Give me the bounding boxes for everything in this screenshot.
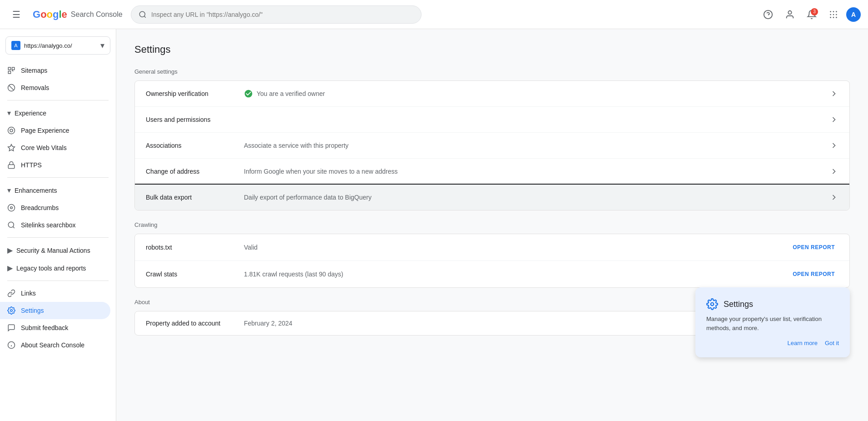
svg-point-24 [10,207,13,209]
logo: Google Search Console [33,9,124,20]
property-selector[interactable]: A https://analygo.co/ ▾ [5,36,110,55]
search-bar[interactable] [131,5,422,24]
svg-point-10 [836,14,837,15]
bulk-data-export-row[interactable]: Bulk data export Daily export of perform… [135,185,849,210]
security-section-header[interactable]: ▶ Security & Manual Actions [0,241,116,259]
crawling-card: robots.txt Valid OPEN REPORT Crawl stats… [134,234,850,288]
feedback-icon [7,324,15,332]
change-of-address-value: Inform Google when your site moves to a … [244,168,822,175]
robots-open-report-button[interactable]: OPEN REPORT [789,242,838,252]
sidebar-item-core-web-vitals[interactable]: Core Web Vitals [0,139,110,156]
crawl-stats-row[interactable]: Crawl stats 1.81K crawl requests (last 9… [135,261,849,287]
crawl-stats-open-report-button[interactable]: OPEN REPORT [789,269,838,279]
general-settings-label: General settings [134,68,850,75]
svg-point-7 [836,11,837,12]
sidebar-item-submit-feedback[interactable]: Submit feedback [0,319,110,336]
sidebar-item-settings[interactable]: Settings [0,302,110,319]
sidebar-item-https[interactable]: HTTPS [0,156,110,174]
property-dropdown-arrow: ▾ [100,40,104,50]
experience-section-header[interactable]: ▾ Experience [0,104,116,122]
page-experience-icon [7,126,15,135]
tooltip-actions: Learn more Got it [706,340,839,346]
page-title: Settings [134,44,850,55]
ownership-value: You are a verified owner [244,89,822,98]
sidebar-item-about[interactable]: About Search Console [0,336,110,354]
sidebar-item-breadcrumbs[interactable]: Breadcrumbs [0,199,110,216]
tooltip-header: Settings [706,298,839,310]
associations-value: Associate a service with this property [244,142,822,149]
sidebar-item-sitemaps[interactable]: Sitemaps [0,62,110,79]
sitemaps-label: Sitemaps [21,67,47,74]
bulk-export-chevron-icon [829,193,838,202]
breadcrumbs-icon [7,204,15,212]
svg-line-26 [13,226,14,228]
svg-point-8 [830,14,831,15]
robots-txt-row[interactable]: robots.txt Valid OPEN REPORT [135,234,849,261]
sidebar-item-links[interactable]: Links [0,285,110,302]
app-name: Search Console [71,10,123,19]
tooltip-learn-more-button[interactable]: Learn more [787,340,817,346]
menu-button[interactable]: ☰ [7,5,25,24]
removals-icon [7,84,15,92]
enhancements-section-header[interactable]: ▾ Enhancements [0,181,116,199]
change-of-address-row[interactable]: Change of address Inform Google when you… [135,159,849,185]
layout: A https://analygo.co/ ▾ Sitemaps Removal… [0,29,868,421]
general-settings-card: Ownership verification You are a verifie… [134,80,850,210]
property-added-label: Property added to account [146,320,237,327]
sidebar-item-page-experience[interactable]: Page Experience [0,122,110,139]
settings-icon [7,306,15,315]
ownership-verification-row[interactable]: Ownership verification You are a verifie… [135,81,849,107]
svg-rect-16 [8,71,10,74]
enhancements-label: Enhancements [15,187,57,194]
divider-4 [7,281,109,281]
crawl-stats-label: Crawl stats [146,271,237,278]
search-input[interactable] [151,11,414,18]
svg-point-19 [8,127,15,134]
sitelinks-label: Sitelinks searchbox [21,221,76,229]
crawl-stats-value: 1.81K crawl requests (last 90 days) [244,271,782,278]
svg-point-9 [833,14,834,15]
bulk-data-export-value: Daily export of performance data to BigQ… [244,194,822,201]
svg-point-13 [836,17,837,18]
links-label: Links [21,290,36,297]
property-url: https://analygo.co/ [24,42,97,49]
experience-label: Experience [15,110,46,117]
associations-chevron-icon [829,141,838,150]
help-button[interactable] [759,5,777,24]
notifications-button[interactable]: 3 [803,5,821,24]
property-icon: A [11,41,20,50]
grid-icon [828,10,838,20]
svg-point-27 [10,310,13,312]
users-permissions-label: Users and permissions [146,116,237,123]
topbar-actions: 3 A [759,5,861,24]
svg-point-25 [8,222,14,227]
grid-button[interactable] [824,5,843,24]
legacy-section-header[interactable]: ▶ Legacy tools and reports [0,259,116,277]
sidebar-item-sitelinks-searchbox[interactable]: Sitelinks searchbox [0,216,110,234]
svg-point-4 [788,10,791,14]
help-icon [763,10,773,20]
feedback-label: Submit feedback [21,324,68,331]
robots-txt-value: Valid [244,244,782,251]
avatar[interactable]: A [846,7,861,22]
change-of-address-label: Change of address [146,168,237,175]
google-logo: Google [33,9,67,20]
tooltip-title: Settings [724,300,753,309]
tooltip-got-it-button[interactable]: Got it [825,340,839,346]
users-permissions-row[interactable]: Users and permissions [135,107,849,133]
sitemaps-icon [7,66,15,75]
divider-3 [7,237,109,238]
sidebar-item-removals[interactable]: Removals [0,79,110,96]
ownership-chevron-icon [829,89,838,98]
associations-row[interactable]: Associations Associate a service with th… [135,133,849,159]
user-button[interactable] [781,5,799,24]
https-icon [7,161,15,169]
svg-point-0 [139,11,145,17]
settings-label: Settings [21,307,44,314]
core-web-vitals-label: Core Web Vitals [21,144,67,151]
tooltip-popup: Settings Manage your property's user lis… [695,287,850,357]
divider-2 [7,177,109,178]
removals-label: Removals [21,84,49,91]
tooltip-body: Manage your property's user list, verifi… [706,315,839,332]
topbar: ☰ Google Search Console 3 [0,0,868,29]
